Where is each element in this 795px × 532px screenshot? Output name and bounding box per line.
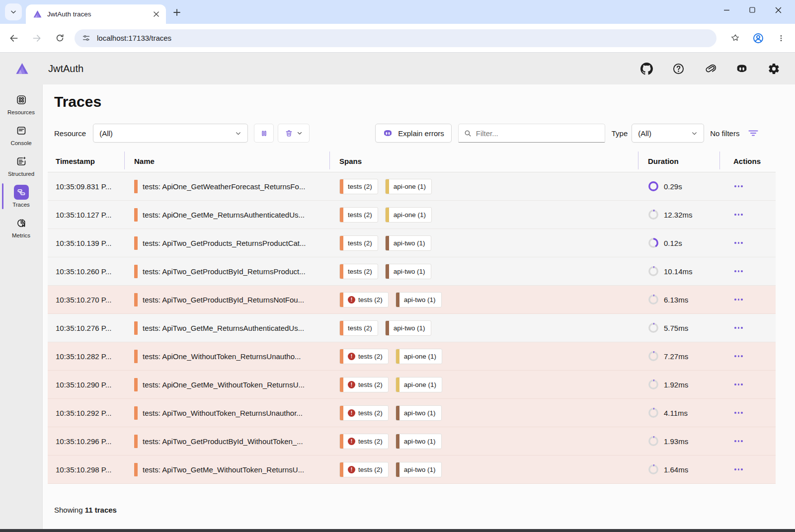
span-badge-label: api-two (1) xyxy=(394,268,425,275)
filters-button[interactable] xyxy=(746,126,760,140)
help-question-icon xyxy=(672,63,685,75)
trace-spans: !tests (2)api-one (1) xyxy=(329,349,638,364)
trace-duration: 1.92ms xyxy=(638,379,719,390)
row-actions-button[interactable] xyxy=(733,267,744,275)
error-icon: ! xyxy=(348,409,355,417)
plus-icon xyxy=(173,9,180,16)
span-badge[interactable]: tests (2) xyxy=(339,235,378,251)
row-actions-button[interactable] xyxy=(733,239,744,247)
table-footer: Showing 11 traces xyxy=(54,506,795,514)
resource-select[interactable]: (All) xyxy=(93,124,248,143)
window-maximize-button[interactable] xyxy=(739,0,765,20)
span-badge[interactable]: api-one (1) xyxy=(396,349,442,364)
traces-page: Traces Resource (All) Explain errors xyxy=(43,84,795,529)
feedback-button[interactable] xyxy=(704,62,716,75)
trace-color-bar xyxy=(134,350,138,363)
remove-traces-button[interactable] xyxy=(278,124,310,143)
window-close-button[interactable] xyxy=(765,0,791,20)
back-button[interactable] xyxy=(5,29,23,47)
span-badge[interactable]: api-two (1) xyxy=(385,235,431,251)
reload-button[interactable] xyxy=(51,29,69,47)
span-badge[interactable]: !tests (2) xyxy=(339,292,389,307)
sidebar-item-metrics[interactable]: Metrics xyxy=(0,212,42,242)
sidebar-item-traces[interactable]: Traces xyxy=(0,181,42,212)
span-color-bar xyxy=(340,236,343,250)
site-info-icon[interactable] xyxy=(81,33,91,43)
row-actions-button[interactable] xyxy=(733,324,744,332)
span-badge[interactable]: api-one (1) xyxy=(396,377,442,392)
span-badge[interactable]: api-two (1) xyxy=(396,462,442,477)
table-row[interactable]: 10:35:10.260 P...tests: ApiTwo_GetProduc… xyxy=(48,257,776,286)
table-row[interactable]: 10:35:10.276 P...tests: ApiTwo_GetMe_Ret… xyxy=(48,314,776,342)
span-badge[interactable]: api-two (1) xyxy=(385,320,431,336)
tab-search-button[interactable] xyxy=(5,3,22,20)
span-color-bar xyxy=(386,179,389,194)
span-color-bar xyxy=(340,208,343,222)
row-actions-button[interactable] xyxy=(733,380,744,388)
sidebar-item-structured[interactable]: Structured xyxy=(0,150,42,181)
browser-tab[interactable]: JwtAuth traces xyxy=(26,4,166,24)
row-actions-button[interactable] xyxy=(733,465,744,473)
span-badge[interactable]: tests (2) xyxy=(339,264,378,279)
span-badge[interactable]: tests (2) xyxy=(339,320,378,336)
table-row[interactable]: 10:35:10.127 P...tests: ApiOne_GetMe_Ret… xyxy=(48,201,776,229)
table-row[interactable]: 10:35:09.831 P...tests: ApiOne_GetWeathe… xyxy=(48,172,776,201)
span-badge[interactable]: !tests (2) xyxy=(339,349,389,364)
profile-button[interactable] xyxy=(749,29,767,47)
row-actions-button[interactable] xyxy=(733,296,744,304)
filter-searchbox[interactable] xyxy=(458,124,605,143)
row-actions-button[interactable] xyxy=(733,211,744,219)
span-badge[interactable]: api-one (1) xyxy=(385,207,432,223)
new-tab-button[interactable] xyxy=(170,5,184,19)
traces-table: Timestamp Name Spans Duration Actions 10… xyxy=(48,150,776,484)
bookmark-star-button[interactable] xyxy=(726,29,744,47)
filter-input[interactable] xyxy=(476,129,600,138)
span-badge[interactable]: tests (2) xyxy=(339,179,378,194)
span-badge[interactable]: api-two (1) xyxy=(396,405,442,421)
span-badge[interactable]: api-two (1) xyxy=(396,434,442,449)
span-badge[interactable]: tests (2) xyxy=(339,207,378,223)
error-icon: ! xyxy=(348,438,355,445)
table-row[interactable]: 10:35:10.292 P...tests: ApiTwo_WithoutTo… xyxy=(48,399,776,427)
table-row[interactable]: 10:35:10.290 P...tests: ApiOne_GetMe_Wit… xyxy=(48,371,776,399)
span-badge[interactable]: !tests (2) xyxy=(339,405,389,421)
span-badge[interactable]: !tests (2) xyxy=(339,377,389,392)
row-actions-button[interactable] xyxy=(733,437,744,445)
table-row[interactable]: 10:35:10.139 P...tests: ApiTwo_GetProduc… xyxy=(48,229,776,257)
explain-errors-button[interactable]: Explain errors xyxy=(375,124,452,143)
sidebar-item-console[interactable]: Console xyxy=(0,119,42,150)
address-bar[interactable]: localhost:17133/traces xyxy=(75,29,716,47)
span-badge[interactable]: !tests (2) xyxy=(339,434,389,449)
browser-menu-button[interactable] xyxy=(772,29,790,47)
column-header-name: Name xyxy=(124,150,329,172)
trace-duration: 5.75ms xyxy=(638,322,719,333)
table-row[interactable]: 10:35:10.298 P...tests: ApiTwo_GetMe_Wit… xyxy=(48,456,776,484)
tab-close-button[interactable] xyxy=(151,9,161,19)
span-badge[interactable]: api-one (1) xyxy=(385,179,432,194)
table-row[interactable]: 10:35:10.282 P...tests: ApiOne_WithoutTo… xyxy=(48,342,776,371)
span-badge-label: tests (2) xyxy=(348,211,372,219)
resource-select-value: (All) xyxy=(99,129,235,138)
chevron-down-icon[interactable] xyxy=(297,130,303,136)
row-actions-button[interactable] xyxy=(733,409,744,417)
type-select[interactable]: (All) xyxy=(632,124,704,143)
row-actions-button[interactable] xyxy=(733,352,744,360)
github-icon xyxy=(640,63,653,75)
sidebar-item-resources[interactable]: Resources xyxy=(0,88,42,119)
trace-actions xyxy=(719,239,776,247)
github-button[interactable] xyxy=(640,62,653,75)
window-minimize-button[interactable] xyxy=(714,0,739,20)
table-row[interactable]: 10:35:10.296 P...tests: ApiTwo_GetProduc… xyxy=(48,427,776,456)
forward-button[interactable] xyxy=(28,29,46,47)
span-badge[interactable]: !tests (2) xyxy=(339,462,389,477)
span-badge[interactable]: api-two (1) xyxy=(396,292,442,307)
settings-button[interactable] xyxy=(767,62,780,75)
table-row[interactable]: 10:35:10.270 P...tests: ApiTwo_GetProduc… xyxy=(48,286,776,314)
duration-ring-icon xyxy=(648,294,659,305)
copilot-button[interactable] xyxy=(735,62,748,75)
help-button[interactable] xyxy=(672,62,685,75)
span-badge[interactable]: api-two (1) xyxy=(385,264,431,279)
pause-icon xyxy=(260,129,268,138)
row-actions-button[interactable] xyxy=(733,182,744,190)
pause-button[interactable] xyxy=(254,124,274,143)
